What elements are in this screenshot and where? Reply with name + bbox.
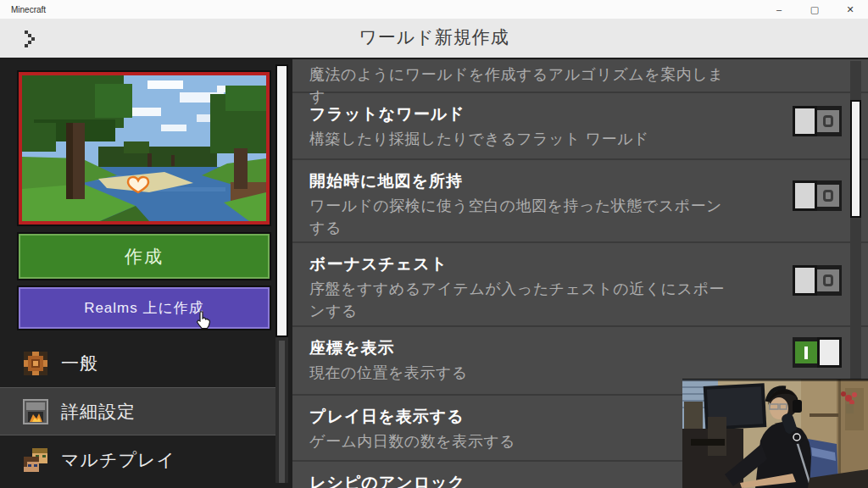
toggle-knob <box>793 265 817 296</box>
world-preview-image <box>19 72 270 225</box>
setting-title: 開始時に地図を所持 <box>309 170 766 192</box>
sidebar-scrollbar-track <box>279 341 285 483</box>
sidebar-scrollbar[interactable] <box>275 64 288 483</box>
sidebar-item-advanced[interactable]: 詳細設定 <box>0 387 275 435</box>
sidebar-item-label: 詳細設定 <box>61 400 136 424</box>
webcam-video <box>682 380 868 488</box>
starting-map-toggle[interactable] <box>793 180 842 211</box>
sidebar-menu: 一般 詳細設定 <box>0 339 275 484</box>
landscape-illustration <box>22 75 266 221</box>
players-icon <box>22 446 49 474</box>
toggle-knob <box>793 106 817 136</box>
hand-cursor-icon <box>195 311 210 330</box>
minecraft-window: Minecraft – ▢ ✕ ワールド新規作成 <box>0 0 868 488</box>
minimize-button[interactable]: – <box>761 0 797 19</box>
flat-world-toggle[interactable] <box>793 106 842 136</box>
sidebar: 作成 Realms 上に作成 一般 <box>0 59 292 488</box>
page-header: ワールド新規作成 <box>0 19 868 59</box>
create-button[interactable]: 作成 <box>19 234 270 279</box>
setting-row-bonus-chest: ボーナスチェスト 序盤をすすめるアイテムが入ったチェストの近くにスポーンする <box>292 243 868 327</box>
sidebar-item-label: マルチプレイ <box>61 448 175 472</box>
toggle-off-icon <box>823 190 833 202</box>
setting-description: 序盤をすすめるアイテムが入ったチェストの近くにスポーンする <box>309 278 737 322</box>
setting-description: 現在の位置を表示する <box>309 362 737 384</box>
toggle-off-segment <box>817 185 839 207</box>
toggle-off-segment <box>817 110 839 132</box>
show-coordinates-toggle[interactable] <box>793 337 842 368</box>
furnace-icon <box>22 398 49 425</box>
create-on-realms-button[interactable]: Realms 上に作成 <box>19 287 270 329</box>
toggle-off-icon <box>823 274 833 286</box>
bonus-chest-toggle[interactable] <box>793 265 842 296</box>
setting-description: ゲーム内日数の数を表示する <box>309 430 737 452</box>
maximize-button[interactable]: ▢ <box>797 0 832 19</box>
setting-row-flat-world: フラットなワールド 構築したり採掘したりできるフラット ワールド <box>292 93 868 160</box>
toggle-on-segment <box>795 341 817 363</box>
setting-title: ボーナスチェスト <box>309 253 766 275</box>
window-controls: – ▢ ✕ <box>761 0 868 19</box>
setting-title: フラットなワールド <box>309 103 766 125</box>
sidebar-item-label: 一般 <box>61 352 98 375</box>
settings-scrollbar-thumb[interactable] <box>850 100 861 218</box>
setting-row-starting-map: 開始時に地図を所持 ワールドの探検に使う空白の地図を持った状態でスポーンする <box>292 160 868 243</box>
sidebar-item-multiplayer[interactable]: マルチプレイ <box>0 435 275 484</box>
toggle-on-icon <box>804 347 808 359</box>
page-title: ワールド新規作成 <box>0 25 868 49</box>
setting-title: 座標を表示 <box>309 337 766 359</box>
sidebar-item-general[interactable]: 一般 <box>0 339 275 387</box>
sidebar-scrollbar-thumb[interactable] <box>275 64 288 337</box>
gear-icon <box>22 350 49 377</box>
os-titlebar: Minecraft – ▢ ✕ <box>0 0 868 19</box>
setting-description: 構築したり採掘したりできるフラット ワールド <box>309 128 737 150</box>
toggle-off-segment <box>817 269 839 291</box>
app-title: Minecraft <box>11 5 46 14</box>
webcam-overlay <box>682 380 868 488</box>
setting-row-intro: 魔法のようにワールドを作成するアルゴリズムを案内します <box>292 59 868 93</box>
setting-description: ワールドの探検に使う空白の地図を持った状態でスポーンする <box>309 195 737 239</box>
realms-button-label: Realms 上に作成 <box>84 300 204 316</box>
toggle-off-icon <box>823 115 833 127</box>
close-button[interactable]: ✕ <box>832 0 868 19</box>
toggle-knob <box>817 337 842 368</box>
toggle-knob <box>793 180 817 211</box>
